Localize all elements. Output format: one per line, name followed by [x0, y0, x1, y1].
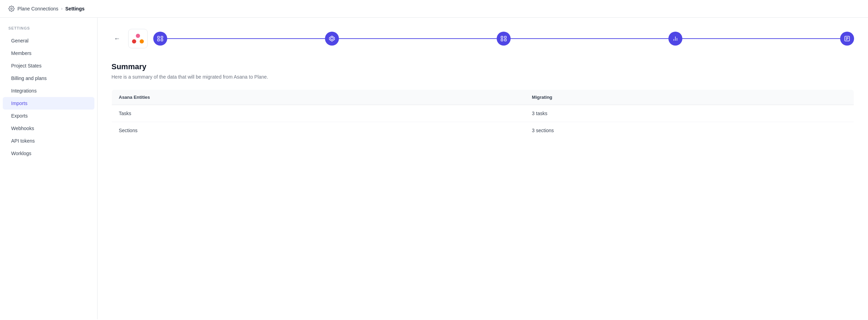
step-5[interactable] [840, 32, 854, 46]
step-1[interactable] [153, 32, 167, 46]
sidebar-item-imports[interactable]: Imports [3, 97, 94, 110]
asana-dot-red [132, 39, 136, 43]
svg-rect-9 [501, 39, 503, 41]
sidebar-item-general[interactable]: General [3, 34, 94, 47]
step-4[interactable] [668, 32, 682, 46]
sidebar-section-label: Settings [0, 26, 97, 34]
gear-icon [8, 6, 15, 12]
sidebar-item-api-tokens[interactable]: API tokens [3, 135, 94, 147]
table-row: Tasks3 tasks [112, 105, 854, 122]
asana-dot-pink [136, 34, 140, 38]
stepper-track-wrap [153, 32, 854, 46]
step-2[interactable] [325, 32, 339, 46]
svg-rect-7 [501, 36, 503, 38]
back-button[interactable]: ← [111, 33, 123, 44]
table-header-row: Asana Entities Migrating [112, 90, 854, 105]
column-header-migrating: Migrating [525, 90, 854, 105]
svg-rect-2 [161, 36, 163, 38]
asana-logo [128, 29, 148, 48]
svg-rect-8 [504, 36, 506, 38]
stepper: ← [111, 29, 854, 48]
sidebar-item-billing[interactable]: Billing and plans [3, 72, 94, 85]
main-content: ← [98, 18, 868, 319]
cell-migrating: 3 sections [525, 122, 854, 139]
svg-rect-3 [158, 39, 160, 41]
step-3[interactable] [497, 32, 511, 46]
column-header-entity: Asana Entities [112, 90, 525, 105]
sidebar: Settings General Members Project States … [0, 18, 98, 319]
stepper-nodes [153, 32, 854, 46]
sidebar-item-exports[interactable]: Exports [3, 110, 94, 122]
summary-subtitle: Here is a summary of the data that will … [111, 74, 854, 80]
svg-marker-6 [331, 37, 333, 40]
sidebar-item-worklogs[interactable]: Worklogs [3, 147, 94, 160]
table-row: Sections3 sections [112, 122, 854, 139]
sidebar-item-project-states[interactable]: Project States [3, 59, 94, 72]
page-title: Settings [65, 6, 85, 11]
breadcrumb-separator: › [61, 6, 63, 11]
sidebar-item-webhooks[interactable]: Webhooks [3, 122, 94, 135]
svg-point-0 [11, 8, 13, 10]
svg-rect-1 [158, 36, 160, 38]
migration-table: Asana Entities Migrating Tasks3 tasksSec… [111, 89, 854, 139]
cell-entity: Tasks [112, 105, 525, 122]
summary-title: Summary [111, 62, 854, 71]
layout: Settings General Members Project States … [0, 18, 868, 319]
svg-rect-10 [504, 39, 506, 41]
svg-marker-5 [330, 36, 335, 41]
sidebar-item-members[interactable]: Members [3, 47, 94, 59]
top-nav: Plane Connections › Settings [0, 0, 868, 18]
sidebar-item-integrations[interactable]: Integrations [3, 85, 94, 97]
asana-dot-orange [140, 39, 144, 43]
svg-rect-4 [161, 39, 163, 41]
brand-name: Plane Connections [17, 6, 59, 11]
cell-migrating: 3 tasks [525, 105, 854, 122]
cell-entity: Sections [112, 122, 525, 139]
